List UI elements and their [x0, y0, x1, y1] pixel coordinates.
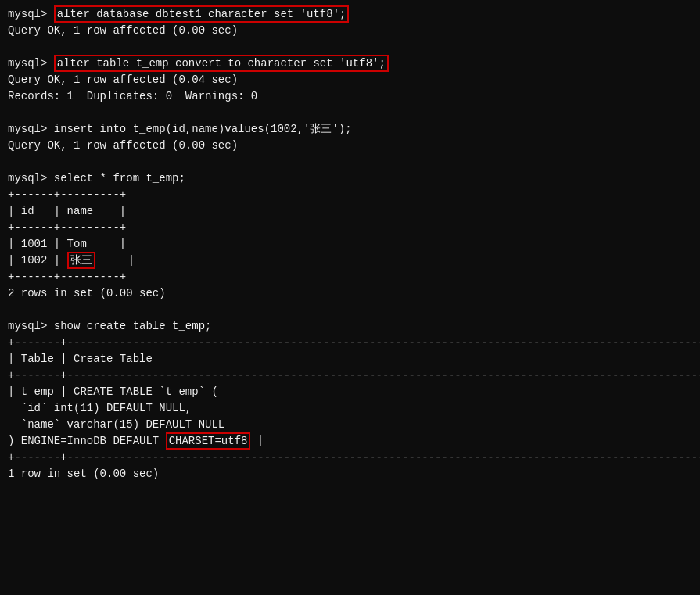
line-24: | t_emp | CREATE TABLE `t_emp` ( [8, 384, 692, 400]
line-21: +-------+-------------------------------… [8, 335, 692, 351]
line-15: | 1001 | Tom | [8, 236, 692, 253]
line-10 [8, 154, 692, 170]
line-29: 1 row in set (0.00 sec) [8, 466, 692, 482]
line-16: | 1002 | 张三 | [8, 253, 692, 269]
prompt-2: mysql> [8, 57, 54, 70]
chinese-highlight: 张三 [67, 252, 95, 269]
highlight-1: alter database dbtest1 character set 'ut… [54, 5, 350, 23]
line-22: | Table | Create Table [8, 351, 692, 367]
line-4: mysql> alter table t_emp convert to char… [8, 56, 692, 72]
line-2: Query OK, 1 row affected (0.00 sec) [8, 23, 692, 39]
line-19 [8, 302, 692, 318]
line-27: ) ENGINE=InnoDB DEFAULT CHARSET=utf8 | [8, 433, 692, 450]
line-8: mysql> insert into t_emp(id,name)values(… [8, 121, 692, 138]
line-12: +------+---------+ [8, 187, 692, 203]
line-26: `name` varchar(15) DEFAULT NULL [8, 417, 692, 433]
line-6: Records: 1 Duplicates: 0 Warnings: 0 [8, 88, 692, 105]
charset-highlight: CHARSET=utf8 [166, 432, 251, 450]
line-3 [8, 39, 692, 56]
line-14: +------+---------+ [8, 220, 692, 236]
terminal: mysql> alter database dbtest1 character … [8, 6, 692, 482]
line-18: 2 rows in set (0.00 sec) [8, 285, 692, 302]
line-25: `id` int(11) DEFAULT NULL, [8, 400, 692, 417]
prompt-1: mysql> [8, 8, 54, 20]
line-28: +-------+-------------------------------… [8, 450, 692, 466]
line-1: mysql> alter database dbtest1 character … [8, 6, 692, 23]
line-20: mysql> show create table t_emp; [8, 318, 692, 335]
line-11: mysql> select * from t_emp; [8, 170, 692, 187]
highlight-2: alter table t_emp convert to character s… [54, 55, 389, 72]
line-17: +------+---------+ [8, 269, 692, 285]
line-23: +-------+-------------------------------… [8, 367, 692, 384]
line-5: Query OK, 1 row affected (0.04 sec) [8, 72, 692, 88]
line-13: | id | name | [8, 203, 692, 220]
line-9: Query OK, 1 row affected (0.00 sec) [8, 138, 692, 154]
line-7 [8, 105, 692, 121]
